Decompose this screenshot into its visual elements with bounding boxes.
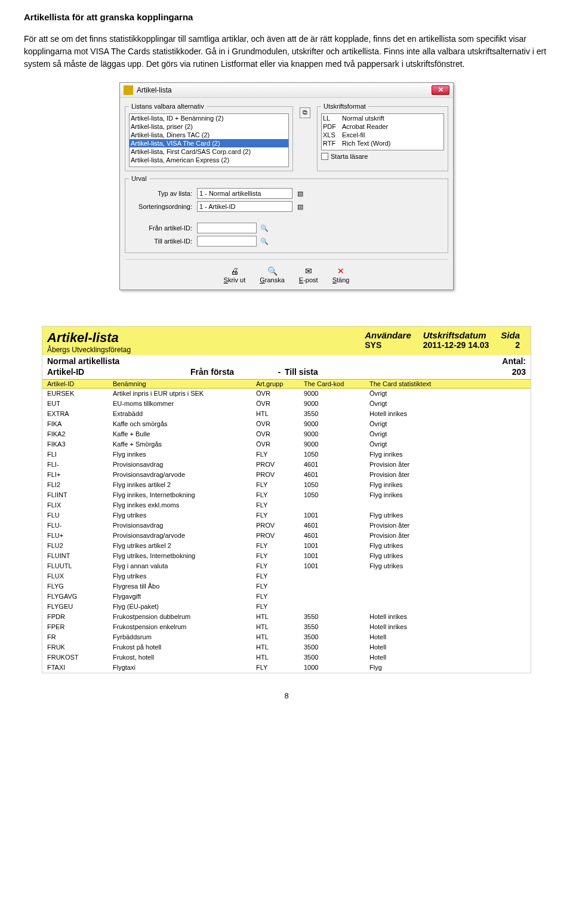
- magnifier-icon: 🔍: [266, 266, 278, 276]
- col-card-text: The Card statistiktext: [365, 380, 531, 389]
- antal-value: 203: [496, 367, 526, 377]
- table-row: FLU-ProvisionsavdragPROV4601Provision åt…: [42, 520, 531, 531]
- start-reader-checkbox[interactable]: [321, 153, 328, 160]
- dropdown-icon[interactable]: ▧: [295, 188, 306, 199]
- page-number: 8: [24, 691, 549, 700]
- doc-body: För att se om det finns statistikkopplin…: [24, 33, 549, 70]
- table-row: EXTRAExtrabäddHTL3550Hotell inrikes: [42, 409, 531, 419]
- header-date-label: Utskriftsdatum: [423, 330, 489, 340]
- close-icon: ✕: [335, 266, 347, 276]
- article-list-dialog: Artikel-lista ✕ Listans valbara alternat…: [119, 82, 454, 290]
- header-page-label: Sida: [501, 330, 520, 340]
- fieldset-output-format: Utskriftsformat LLNormal utskriftPDFAcro…: [317, 103, 448, 171]
- label-list-type: Typ av lista:: [129, 190, 195, 197]
- list-item[interactable]: Artikel-lista, VISA The Card (2): [130, 139, 288, 147]
- dialog-body: Listans valbara alternativ Artikel-lista…: [120, 98, 453, 289]
- email-button[interactable]: ✉ E-post: [295, 264, 322, 285]
- table-row: FLU2Flyg utrikes artikel 2FLY1001Flyg ut…: [42, 541, 531, 551]
- legend-output-format: Utskriftsformat: [321, 103, 368, 110]
- close-button-bottom[interactable]: ✕ Stäng: [329, 264, 353, 285]
- col-name: Benämning: [108, 380, 251, 389]
- table-row: FRUKFrukost på hotellHTL3500Hotell: [42, 642, 531, 652]
- report-subtitle: Normal artikellista: [47, 356, 502, 366]
- preview-button[interactable]: 🔍 Granska: [256, 264, 288, 285]
- label-sort-order: Sorteringsordning:: [129, 203, 195, 210]
- filter-from: Från första: [190, 367, 274, 377]
- format-item[interactable]: PDFAcrobat Reader: [322, 122, 443, 131]
- format-item[interactable]: XLSExcel-fil: [322, 131, 443, 139]
- label-to-id: Till artikel-ID:: [129, 238, 195, 245]
- col-card-code: The Card-kod: [299, 380, 365, 389]
- header-user-value: SYS: [365, 340, 411, 350]
- table-row: FLUINTFlyg utrikes, InternetbokningFLY10…: [42, 551, 531, 561]
- report-header: Artikel-lista Åbergs Utvecklingsföretag …: [42, 327, 531, 355]
- legend-list-options: Listans valbara alternativ: [129, 103, 207, 110]
- binoculars-icon[interactable]: 🔍: [259, 236, 270, 247]
- col-group: Art.grupp: [251, 380, 299, 389]
- report-table: Artikel-ID Benämning Art.grupp The Card-…: [42, 379, 531, 673]
- table-row: FLYGFlygresa till ÅboFLY: [42, 581, 531, 592]
- table-row: FLU+Provisionsavdrag/arvodePROV4601Provi…: [42, 531, 531, 541]
- table-row: FLI2Flyg inrikes artikel 2FLY1050Flyg in…: [42, 480, 531, 490]
- list-item[interactable]: Artikel-lista, ID + Benämning (2): [130, 114, 288, 122]
- dialog-title: Artikel-lista: [137, 86, 432, 94]
- doc-title: Artikellista för att granska kopplingarn…: [24, 12, 549, 22]
- field-to-id[interactable]: [197, 236, 257, 247]
- dialog-titlebar: Artikel-lista ✕: [120, 83, 453, 98]
- list-item[interactable]: Artikel-lista, Diners TAC (2): [130, 131, 288, 139]
- header-date-value: 2011-12-29 14.03: [423, 340, 489, 350]
- start-reader-label: Starta läsare: [331, 153, 368, 160]
- table-row: FLI-ProvisionsavdragPROV4601Provision åt…: [42, 460, 531, 470]
- table-row: FLYGAVGFlygavgiftFLY: [42, 592, 531, 602]
- table-row: FPERFrukostpension enkelrumHTL3550Hotell…: [42, 622, 531, 632]
- output-format-listbox[interactable]: LLNormal utskriftPDFAcrobat ReaderXLSExc…: [321, 113, 444, 150]
- table-row: FLI+Provisionsavdrag/arvodePROV4601Provi…: [42, 470, 531, 480]
- label-from-id: Från artikel-ID:: [129, 224, 195, 232]
- header-page-value: 2: [501, 340, 520, 350]
- table-row: FLIFlyg inrikesFLY1050Flyg inrikes: [42, 449, 531, 460]
- table-row: FTAXIFlygtaxiFLY1000Flyg: [42, 663, 531, 673]
- field-sort-order[interactable]: 1 - Artikel-ID: [197, 201, 292, 212]
- article-list-report: Artikel-lista Åbergs Utvecklingsföretag …: [42, 326, 531, 673]
- antal-label: Antal:: [502, 356, 526, 366]
- table-row: FLIINTFlyg inrikes, InternetbokningFLY10…: [42, 490, 531, 500]
- dialog-app-icon: [124, 85, 133, 95]
- filter-dash: -: [274, 367, 285, 377]
- filter-to: Till sista: [285, 367, 496, 377]
- report-title: Artikel-lista: [47, 330, 359, 346]
- table-row: FIKA3Kaffe + SmörgåsÖVR9000Övrigt: [42, 439, 531, 449]
- table-row: FRFyrbäddsrumHTL3500Hotell: [42, 632, 531, 642]
- list-item[interactable]: Artikel-lista, priser (2): [130, 122, 288, 131]
- copy-column: ⧉: [297, 103, 313, 171]
- binoculars-icon[interactable]: 🔍: [259, 223, 270, 233]
- format-item[interactable]: LLNormal utskrift: [322, 114, 443, 122]
- mail-icon: ✉: [303, 266, 315, 276]
- list-item[interactable]: Artikel-lista, American Express (2): [130, 156, 288, 164]
- format-item[interactable]: RTFRich Text (Word): [322, 139, 443, 147]
- table-row: FIKAKaffe och smörgåsÖVR9000Övrigt: [42, 419, 531, 429]
- table-row: FLUXFlyg utrikesFLY: [42, 571, 531, 581]
- table-row: FLUFlyg utrikesFLY1001Flyg utrikes: [42, 510, 531, 520]
- print-button[interactable]: 🖨 Skriv ut: [220, 264, 249, 285]
- table-row: FPDRFrukostpension dubbelrumHTL3550Hotel…: [42, 612, 531, 622]
- table-row: FLYGEUFlyg (EU-paket)FLY: [42, 602, 531, 612]
- filter-id-label: Artikel-ID: [47, 367, 190, 377]
- copy-icon[interactable]: ⧉: [300, 107, 310, 118]
- header-user-label: Användare: [365, 330, 411, 340]
- legend-selection: Urval: [129, 175, 149, 182]
- report-company: Åbergs Utvecklingsföretag: [47, 346, 359, 354]
- field-list-type[interactable]: 1 - Normal artikellista: [197, 188, 292, 199]
- col-article-id: Artikel-ID: [42, 380, 108, 389]
- close-button[interactable]: ✕: [432, 85, 449, 95]
- table-row: FLUUTLFlyg i annan valutaFLY1001Flyg utr…: [42, 561, 531, 571]
- dropdown-icon[interactable]: ▧: [295, 201, 306, 212]
- fieldset-list-options: Listans valbara alternativ Artikel-lista…: [125, 103, 293, 171]
- printer-icon: 🖨: [229, 266, 241, 276]
- list-item[interactable]: Artikel-lista, First Card/SAS Corp.card …: [130, 147, 288, 156]
- table-row: EURSEKArtikel inpris i EUR utpris i SEKÖ…: [42, 389, 531, 399]
- table-row: EUTEU-moms tillkommerÖVR9000Övrigt: [42, 399, 531, 409]
- table-row: FIKA2Kaffe + BulleÖVR9000Övrigt: [42, 429, 531, 439]
- list-options-listbox[interactable]: Artikel-lista, ID + Benämning (2)Artikel…: [129, 113, 289, 167]
- field-from-id[interactable]: [197, 223, 257, 233]
- fieldset-selection: Urval Typ av lista: 1 - Normal artikelli…: [125, 175, 448, 253]
